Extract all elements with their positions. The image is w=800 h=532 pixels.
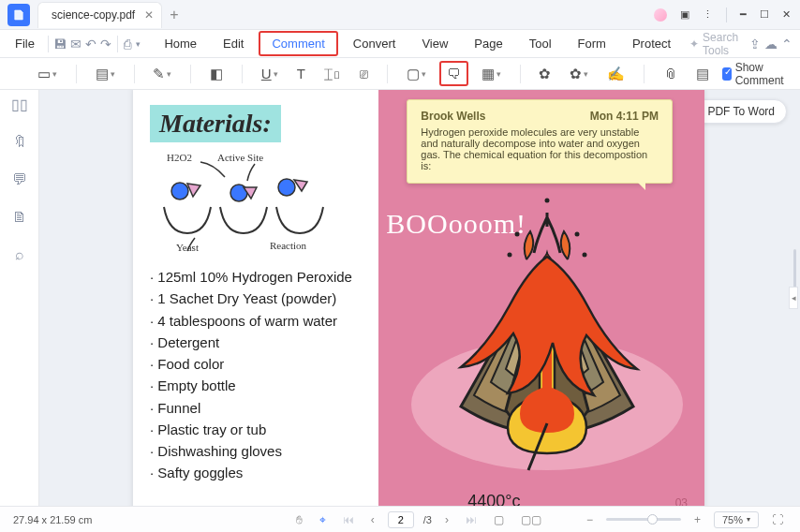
menu-tool[interactable]: Tool	[518, 33, 563, 54]
text-tool-icon[interactable]: T	[291, 63, 311, 84]
volcano-illustration	[407, 189, 688, 480]
materials-diagram: H2O2 Active Site Yeast Reaction	[150, 146, 362, 259]
callout-tool-icon[interactable]: ⎚	[354, 63, 374, 84]
select-tool-icon[interactable]: ⌖	[316, 513, 330, 526]
wand-icon: ✦	[689, 37, 699, 51]
pencil-tool-icon[interactable]: ✎▾	[147, 63, 177, 85]
menu-file[interactable]: File	[7, 37, 42, 51]
document-tab[interactable]: science-copy.pdf ✕	[37, 2, 162, 28]
menu-view[interactable]: View	[410, 33, 459, 54]
cloud-icon[interactable]: ☁	[764, 37, 778, 52]
undo-icon[interactable]: ↶	[85, 37, 96, 52]
updates-icon[interactable]: ▣	[680, 8, 689, 21]
materials-list: 125ml 10% Hydrogen Peroxide 1 Sachet Dry…	[150, 266, 362, 484]
svg-marker-1	[187, 184, 200, 197]
maximize-button[interactable]: ☐	[760, 8, 769, 21]
zoom-dropdown[interactable]: 75% ▾	[714, 511, 759, 528]
expand-right-icon[interactable]: ◂	[789, 287, 798, 309]
sticky-time: Mon 4:11 PM	[590, 110, 659, 123]
zoom-in-icon[interactable]: +	[690, 513, 704, 526]
search-tools-label: Search Tools	[703, 31, 738, 57]
svg-point-10	[583, 253, 587, 258]
list-item: 4 tablespoons of warm water	[150, 310, 362, 332]
prev-page-icon[interactable]: ‹	[367, 513, 378, 526]
zoom-out-icon[interactable]: −	[583, 513, 597, 526]
left-page: Materials: H2O2 Active Site	[133, 90, 378, 506]
menu-convert[interactable]: Convert	[342, 33, 407, 54]
note-tool-icon[interactable]: ▭▾	[32, 63, 63, 85]
show-comment-toggle[interactable]: Show Comment	[722, 61, 791, 87]
menu-bar: File 💾︎ ✉ ↶ ↷ ⎙ ▾ Home Edit Comment Conv…	[0, 30, 800, 58]
sticky-body: Hydrogen peroxide molecules are very uns…	[421, 126, 659, 171]
stamp-custom-icon[interactable]: ✿▾	[564, 63, 594, 85]
menu-page[interactable]: Page	[463, 33, 513, 54]
textbox-tool-icon[interactable]: ⌶▯	[319, 63, 347, 84]
svg-marker-5	[294, 180, 307, 191]
list-item: Food color	[150, 353, 362, 375]
list-item: Detergent	[150, 332, 362, 353]
list-item: 1 Sachet Dry Yeast (powder)	[150, 288, 362, 309]
right-page-number: 03	[675, 496, 688, 506]
menu-protect[interactable]: Protect	[621, 33, 682, 54]
attach-panel-icon[interactable]: 🗎︎	[12, 209, 27, 226]
view-two-icon[interactable]: ▢▢	[517, 513, 545, 526]
signature-tool-icon[interactable]: ✍	[601, 63, 630, 85]
svg-point-9	[508, 253, 512, 258]
redo-icon[interactable]: ↷	[100, 37, 111, 52]
search-tools[interactable]: ✦ Search Tools	[689, 31, 738, 57]
shape-rect-tool-icon[interactable]: ▢▾	[401, 63, 432, 85]
underline-tool-icon[interactable]: U▾	[256, 63, 284, 84]
comments-panel-icon[interactable]: 💬︎	[12, 171, 27, 188]
collapse-ribbon-icon[interactable]: ⌃	[781, 37, 793, 52]
label-active-site: Active Site	[217, 152, 263, 163]
document-canvas[interactable]: ◂ W PDF To Word Materials:	[39, 90, 800, 506]
pdf-to-word-label: PDF To Word	[707, 105, 775, 118]
print-drop-icon[interactable]: ▾	[135, 39, 142, 49]
list-item: Plastic tray or tub	[150, 419, 362, 440]
close-tab-icon[interactable]: ✕	[144, 8, 154, 22]
eraser-tool-icon[interactable]: ◧	[204, 63, 229, 85]
list-item: Empty bottle	[150, 375, 362, 396]
left-rail: ▯▯ 🔖︎ 💬︎ 🗎︎ ⌕	[0, 90, 39, 506]
sticky-note[interactable]: Brook Wells Mon 4:11 PM Hydrogen peroxid…	[407, 99, 673, 184]
highlight-tool-icon[interactable]: ▤▾	[90, 63, 121, 85]
list-item: 125ml 10% Hydrogen Peroxide	[150, 266, 362, 288]
checkbox-checked-icon[interactable]	[722, 67, 732, 81]
attachment-tool-icon[interactable]: 📎︎	[658, 63, 683, 84]
history-pill-icon[interactable]	[654, 8, 667, 22]
next-page-icon[interactable]: ›	[441, 513, 452, 526]
fit-screen-icon[interactable]: ⛶	[768, 513, 787, 526]
menu-comment[interactable]: Comment	[259, 31, 337, 56]
view-single-icon[interactable]: ▢	[490, 513, 508, 526]
more-icon[interactable]: ⋮	[703, 8, 713, 21]
area-tool-icon[interactable]: ▦▾	[476, 63, 507, 85]
thumbnails-icon[interactable]: ▯▯	[11, 96, 28, 113]
right-page: Brook Wells Mon 4:11 PM Hydrogen peroxid…	[378, 90, 704, 506]
show-comment-label: Show Comment	[735, 61, 791, 87]
menu-form[interactable]: Form	[567, 33, 617, 54]
minimize-button[interactable]: ━	[740, 8, 747, 21]
menu-home[interactable]: Home	[153, 33, 208, 54]
tab-title: science-copy.pdf	[52, 8, 135, 22]
close-window-button[interactable]: ✕	[782, 8, 791, 21]
page-title: Materials:	[150, 105, 281, 142]
page-number-input[interactable]	[388, 511, 414, 528]
search-panel-icon[interactable]: ⌕	[15, 246, 24, 263]
zoom-slider[interactable]	[606, 518, 681, 521]
sticky-note-tool-icon[interactable]: 🗨︎	[439, 61, 468, 86]
new-tab-button[interactable]: +	[170, 7, 178, 23]
save-icon[interactable]: 💾︎	[53, 37, 67, 52]
print-icon[interactable]: ⎙	[124, 37, 131, 52]
list-item: Safty goggles	[150, 462, 362, 483]
first-page-icon[interactable]: ⏮︎	[339, 513, 358, 526]
hand-tool-icon[interactable]: ✋︎	[292, 513, 306, 526]
menu-edit[interactable]: Edit	[212, 33, 255, 54]
summary-tool-icon[interactable]: ▤	[690, 63, 715, 85]
mail-icon[interactable]: ✉	[70, 37, 81, 52]
svg-point-4	[278, 179, 295, 196]
last-page-icon[interactable]: ⏭︎	[462, 513, 481, 526]
svg-point-8	[575, 232, 580, 237]
share-icon[interactable]: ⇪	[749, 37, 761, 52]
stamp-tool-icon[interactable]: ✿	[533, 63, 556, 85]
bookmark-icon[interactable]: 🔖︎	[12, 134, 27, 151]
